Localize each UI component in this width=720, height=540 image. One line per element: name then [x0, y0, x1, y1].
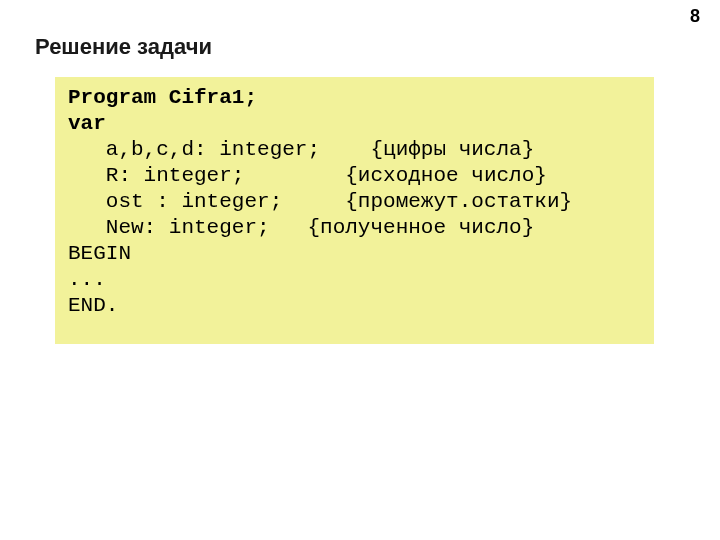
code-comment-new: {полученное число} — [270, 216, 535, 239]
code-line-ellipsis: ... — [68, 268, 106, 291]
code-line-var: var — [68, 112, 106, 135]
code-line-decl-abcd: a,b,c,d: integer; — [68, 138, 320, 161]
code-line-decl-new: New: integer; — [68, 216, 270, 239]
code-line-decl-ost: ost : integer; — [68, 190, 282, 213]
code-comment-r: {исходное число} — [244, 164, 546, 187]
page-number: 8 — [690, 6, 700, 27]
code-line-decl-r: R: integer; — [68, 164, 244, 187]
code-line-begin: BEGIN — [68, 242, 131, 265]
code-comment-abcd: {цифры числа} — [320, 138, 534, 161]
page-title: Решение задачи — [35, 34, 212, 60]
code-box: Program Cifra1; var a,b,c,d: integer; {ц… — [55, 77, 654, 344]
code-line-program: Program Cifra1; — [68, 86, 257, 109]
code-line-end: END. — [68, 294, 118, 317]
code-comment-ost: {промежут.остатки} — [282, 190, 572, 213]
